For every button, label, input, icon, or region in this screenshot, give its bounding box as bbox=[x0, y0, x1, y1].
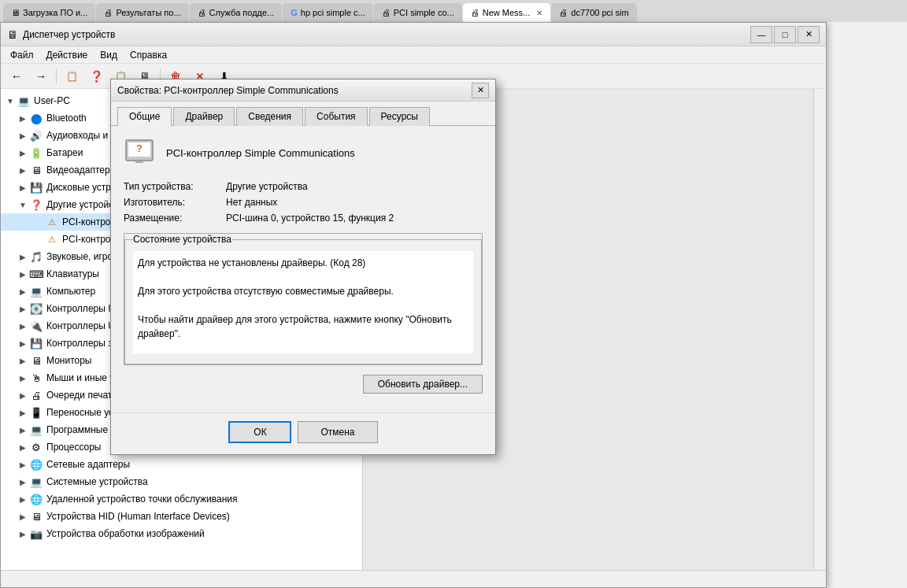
toggle-storage[interactable]: ▶ bbox=[17, 339, 29, 348]
icon-remote: 🌐 bbox=[29, 492, 43, 506]
label-user-pc: User-PC bbox=[34, 95, 70, 106]
property-table: Тип устройства: Другие устройства Изгото… bbox=[124, 181, 483, 224]
dialog-close-button[interactable]: ✕ bbox=[472, 83, 489, 98]
icon-network: 🌐 bbox=[29, 457, 43, 472]
tree-item-remote[interactable]: ▶ 🌐 Удаленной устройство точки обслужива… bbox=[1, 490, 362, 508]
menu-view[interactable]: Вид bbox=[94, 48, 124, 62]
device-icon: ? bbox=[124, 135, 154, 171]
maximize-button[interactable]: □ bbox=[774, 26, 796, 43]
label-bluetooth: Bluetooth bbox=[46, 113, 87, 124]
icon-printers: 🖨 bbox=[29, 388, 43, 402]
tab-pci-simple[interactable]: 🖨 PCI simple co... bbox=[374, 3, 462, 22]
label-monitors: Мониторы bbox=[46, 355, 91, 366]
ok-button[interactable]: ОК bbox=[228, 421, 291, 443]
toggle-network[interactable]: ▶ bbox=[17, 460, 29, 469]
status-group: Состояние устройства bbox=[124, 233, 483, 365]
toggle-disk[interactable]: ▶ bbox=[17, 183, 29, 192]
tab-new-mess[interactable]: 🖨 New Mess... ✕ bbox=[463, 3, 551, 22]
toggle-bluetooth[interactable]: ▶ bbox=[17, 114, 29, 123]
close-button[interactable]: ✕ bbox=[798, 26, 820, 43]
label-imaging: Устройства обработки изображений bbox=[46, 528, 205, 539]
tab-general[interactable]: Общие bbox=[117, 107, 172, 126]
tab-icon-dc7700: 🖨 bbox=[559, 8, 568, 17]
help-button[interactable]: ❓ bbox=[85, 66, 107, 87]
toggle-software[interactable]: ▶ bbox=[17, 426, 29, 435]
tab-rezultaty[interactable]: 🖨 Результаты по... bbox=[96, 3, 188, 22]
label-cpu: Процессоры bbox=[46, 442, 102, 453]
prop-value-location: PCI-шина 0, устройство 15, функция 2 bbox=[226, 213, 394, 224]
prop-label-location: Размещение: bbox=[124, 213, 226, 224]
tab-dc7700[interactable]: 🖨 dc7700 pci sim bbox=[551, 3, 636, 22]
update-btn-row: Обновить драйвер... bbox=[124, 375, 483, 394]
toggle-imaging[interactable]: ▶ bbox=[17, 530, 29, 538]
toggle-audio[interactable]: ▶ bbox=[17, 131, 29, 140]
toggle-mice[interactable]: ▶ bbox=[17, 374, 29, 383]
minimize-button[interactable]: — bbox=[750, 26, 772, 43]
toggle-printers[interactable]: ▶ bbox=[17, 391, 29, 400]
tab-sluzhba[interactable]: 🖨 Служба подде... bbox=[190, 3, 283, 22]
icon-portable: 📱 bbox=[29, 405, 43, 420]
prop-value-manufacturer: Нет данных bbox=[226, 197, 277, 208]
dialog-title-bar: Свойства: PCI-контроллер Simple Communic… bbox=[111, 80, 495, 102]
label-printers: Очереди печати bbox=[46, 390, 117, 401]
toggle-computer[interactable]: ▶ bbox=[17, 287, 29, 296]
menu-action[interactable]: Действие bbox=[40, 48, 94, 62]
toggle-sound[interactable]: ▶ bbox=[17, 253, 29, 261]
toggle-usb[interactable]: ▶ bbox=[17, 322, 29, 331]
label-system: Системные устройства bbox=[46, 476, 148, 487]
toggle-cpu[interactable]: ▶ bbox=[17, 443, 29, 452]
update-driver-button[interactable]: Обновить драйвер... bbox=[363, 375, 483, 394]
properties-dialog: Свойства: PCI-контроллер Simple Communic… bbox=[110, 79, 496, 455]
toggle-battery[interactable]: ▶ bbox=[17, 149, 29, 157]
window-controls: — □ ✕ bbox=[750, 26, 820, 43]
tab-zagruzka[interactable]: 🖥 Загрузка ПО и... bbox=[3, 3, 95, 22]
icon-sound: 🎵 bbox=[29, 250, 43, 264]
dialog-device-name: PCI-контроллер Simple Communications bbox=[166, 147, 355, 159]
toggle-monitors[interactable]: ▶ bbox=[17, 357, 29, 365]
icon-mice: 🖱 bbox=[29, 371, 43, 385]
main-scrollbar[interactable] bbox=[813, 89, 826, 587]
back-button[interactable]: ← bbox=[6, 66, 28, 87]
properties-button[interactable]: 📋 bbox=[61, 66, 83, 87]
prop-label-type: Тип устройства: bbox=[124, 181, 226, 192]
toggle-portable[interactable]: ▶ bbox=[17, 409, 29, 417]
toggle-remote[interactable]: ▶ bbox=[17, 495, 29, 504]
toggle-ide[interactable]: ▶ bbox=[17, 305, 29, 313]
label-hid: Устройства HID (Human Interface Devices) bbox=[46, 511, 230, 522]
cancel-button[interactable]: Отмена bbox=[298, 421, 377, 443]
toggle-user-pc[interactable]: ▼ bbox=[4, 97, 17, 105]
menu-file[interactable]: Файл bbox=[4, 48, 40, 62]
tree-item-hid[interactable]: ▶ 🖥 Устройства HID (Human Interface Devi… bbox=[1, 508, 362, 525]
tab-hp-pci[interactable]: G hp pci simple c... bbox=[283, 3, 372, 22]
status-legend: Состояние устройства bbox=[133, 234, 231, 245]
menu-help[interactable]: Справка bbox=[124, 48, 173, 62]
icon-usb: 🔌 bbox=[29, 319, 43, 333]
toggle-system[interactable]: ▶ bbox=[17, 478, 29, 486]
label-video: Видеоадаптеры bbox=[46, 165, 117, 176]
toggle-other[interactable]: ▼ bbox=[17, 201, 29, 209]
icon-system: 💻 bbox=[29, 475, 43, 489]
status-bar bbox=[1, 570, 826, 587]
tab-resources[interactable]: Ресурсы bbox=[369, 107, 430, 126]
icon-software: 💻 bbox=[29, 423, 43, 437]
tab-icon-sluzhba: 🖨 bbox=[198, 8, 206, 17]
tab-close-new-mess[interactable]: ✕ bbox=[536, 9, 542, 17]
toggle-video[interactable]: ▶ bbox=[17, 166, 29, 175]
forward-button[interactable]: → bbox=[30, 66, 52, 87]
tab-events[interactable]: События bbox=[305, 107, 368, 126]
prop-label-manufacturer: Изготовитель: bbox=[124, 197, 226, 208]
tree-item-network[interactable]: ▶ 🌐 Сетевые адаптеры bbox=[1, 456, 362, 473]
tree-item-system[interactable]: ▶ 💻 Системные устройства bbox=[1, 473, 362, 490]
icon-monitors: 🖥 bbox=[29, 353, 43, 368]
toggle-keyboard[interactable]: ▶ bbox=[17, 270, 29, 279]
icon-storage: 💾 bbox=[29, 336, 43, 350]
dialog-tab-bar: Общие Драйвер Сведения События Ресурсы bbox=[111, 102, 495, 126]
toggle-hid[interactable]: ▶ bbox=[17, 512, 29, 521]
prop-row-manufacturer: Изготовитель: Нет данных bbox=[124, 197, 483, 208]
tree-item-imaging[interactable]: ▶ 📷 Устройства обработки изображений bbox=[1, 525, 362, 542]
tab-details[interactable]: Сведения bbox=[236, 107, 303, 126]
tab-driver[interactable]: Драйвер bbox=[173, 107, 235, 126]
dialog-body: ? PCI-контроллер Simple Communications Т… bbox=[111, 126, 495, 412]
icon-user-pc: 💻 bbox=[17, 94, 31, 108]
status-text-area bbox=[133, 251, 473, 353]
